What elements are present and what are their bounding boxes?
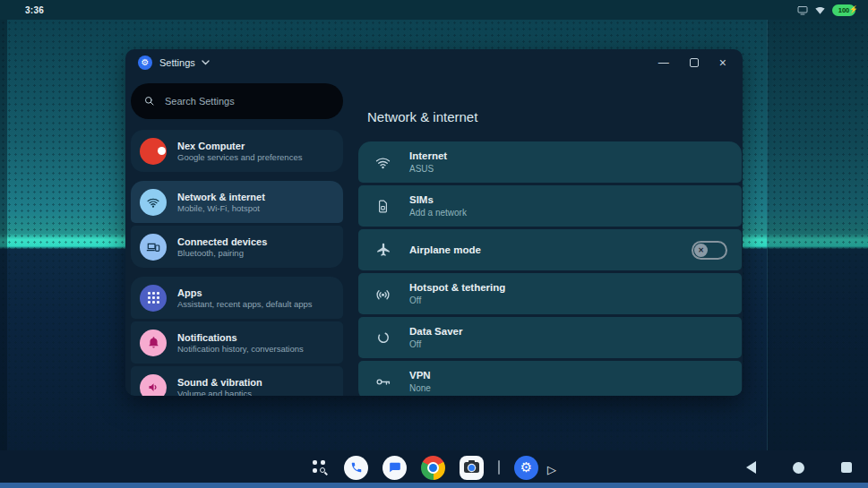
account-avatar (140, 138, 167, 165)
charging-bolt-icon: ⚡ (849, 5, 858, 13)
search-icon (320, 467, 325, 473)
sidebar-item-connected-devices[interactable]: Connected devices Bluetooth, pairing (131, 226, 343, 268)
toggle-thumb: ✕ (694, 244, 708, 257)
sidebar-item-title: Connected devices (177, 235, 267, 248)
recents-button[interactable] (841, 462, 852, 473)
search-icon (143, 95, 156, 107)
taskbar-bottom-strip (0, 483, 868, 488)
row-subtitle: Off (409, 338, 462, 350)
row-subtitle: Off (409, 295, 505, 306)
window-title: Settings (159, 57, 195, 68)
taskbar-separator (498, 460, 500, 475)
settings-window: ⚙ Settings — × Nex Comp (125, 49, 743, 396)
settings-sidebar: Nex Computer Google services and prefere… (125, 76, 349, 396)
home-button[interactable] (793, 462, 804, 474)
sidebar-item-network-internet[interactable]: Network & internet Mobile, Wi-Fi, hotspo… (131, 181, 343, 223)
network-internet-panel: Network & internet Internet ASUS (349, 76, 743, 396)
sidebar-item-title: Apps (177, 287, 313, 299)
row-internet[interactable]: Internet ASUS (358, 141, 742, 183)
hotspot-icon (374, 286, 391, 303)
back-button[interactable] (746, 461, 756, 474)
row-title: Airplane mode (409, 244, 481, 257)
search-input[interactable] (165, 96, 308, 107)
window-title-bar[interactable]: ⚙ Settings — × (125, 49, 743, 76)
page-title: Network & internet (367, 108, 742, 126)
all-apps-button[interactable] (312, 458, 330, 476)
battery-percent: 100 (838, 6, 850, 14)
wifi-icon (374, 154, 391, 171)
speaker-icon (140, 374, 167, 397)
sidebar-item-title: Network & internet (177, 191, 265, 203)
data-saver-icon (374, 330, 391, 347)
chevron-down-icon[interactable] (202, 60, 210, 65)
wifi-icon (140, 189, 167, 216)
sidebar-item-title: Notifications (177, 331, 304, 344)
sidebar-item-notifications[interactable]: Notifications Notification history, conv… (131, 321, 343, 364)
airplane-icon (374, 242, 391, 259)
wallpaper-left-shade (0, 20, 7, 450)
camera-app-icon[interactable] (460, 456, 484, 480)
search-bar[interactable] (131, 83, 343, 119)
close-button[interactable]: × (719, 57, 726, 68)
row-subtitle: Add a network (409, 207, 467, 218)
row-sims[interactable]: SIMs Add a network (358, 185, 742, 227)
sidebar-item-title: Nex Computer (177, 140, 302, 152)
sidebar-item-subtitle: Bluetooth, pairing (177, 248, 267, 259)
display-cast-icon (796, 5, 808, 15)
row-vpn[interactable]: VPN None (358, 361, 742, 396)
minimize-button[interactable]: — (658, 58, 669, 67)
airplane-mode-toggle[interactable]: ✕ (692, 241, 727, 260)
row-title: VPN (409, 369, 431, 382)
sidebar-item-sound-vibration[interactable]: Sound & vibration Volume and haptics (131, 366, 343, 396)
sidebar-item-subtitle: Notification history, conversations (177, 344, 304, 355)
sidebar-item-apps[interactable]: Apps Assistant, recent apps, default app… (131, 277, 343, 319)
wifi-status-icon (814, 5, 826, 15)
sidebar-item-title: Sound & vibration (177, 376, 262, 389)
battery-indicator: 100 ⚡ (832, 4, 855, 16)
apps-grid-icon (140, 285, 167, 312)
sidebar-item-subtitle: Google services and preferences (177, 152, 302, 163)
sidebar-item-subtitle: Mobile, Wi-Fi, hotspot (177, 203, 265, 214)
camera-icon (464, 462, 479, 473)
vpn-key-icon (374, 373, 391, 390)
settings-app-taskbar-icon[interactable]: ⚙ (514, 456, 538, 480)
sim-card-icon (374, 198, 391, 215)
messages-app-icon[interactable] (382, 456, 407, 480)
navigation-buttons (746, 452, 868, 483)
settings-app-icon: ⚙ (138, 56, 152, 70)
maximize-button[interactable] (690, 58, 699, 67)
row-title: Data Saver (409, 325, 462, 338)
status-bar: 3:36 100 ⚡ (0, 0, 868, 20)
clock: 3:36 (25, 5, 44, 15)
row-subtitle: None (409, 382, 431, 394)
row-airplane-mode[interactable]: Airplane mode ✕ (358, 229, 742, 270)
row-title: SIMs (409, 193, 467, 207)
sidebar-item-subtitle: Volume and haptics (177, 389, 262, 397)
sidebar-item-account[interactable]: Nex Computer Google services and prefere… (131, 130, 343, 172)
row-hotspot-tethering[interactable]: Hotspot & tethering Off (358, 273, 742, 314)
android-desktop-screen: 3:36 100 ⚡ ⚙ Settings — (0, 0, 868, 488)
wallpaper-right-shade (767, 20, 868, 450)
row-title: Hotspot & tethering (409, 281, 505, 295)
devices-icon (140, 234, 167, 261)
row-data-saver[interactable]: Data Saver Off (358, 317, 742, 358)
sidebar-item-subtitle: Assistant, recent apps, default apps (177, 299, 313, 310)
bell-icon (140, 330, 167, 356)
chrome-app-icon[interactable] (421, 456, 445, 480)
phone-app-icon[interactable] (344, 456, 368, 480)
mouse-cursor-icon: ▷ (547, 463, 556, 476)
row-subtitle: ASUS (409, 163, 447, 175)
row-title: Internet (409, 150, 447, 163)
taskbar: ⚙ ▷ (0, 450, 868, 488)
